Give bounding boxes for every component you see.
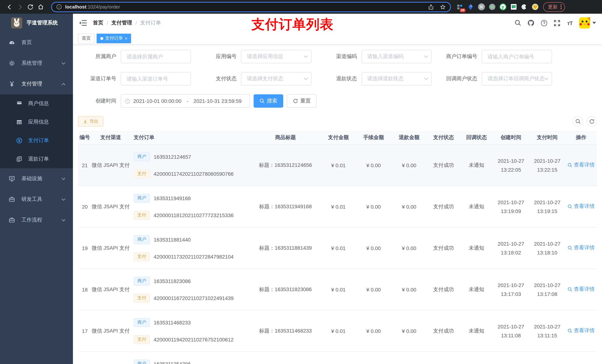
view-detail-link[interactable]: 查看详情 <box>568 328 595 334</box>
active-dot <box>100 37 103 40</box>
refresh-table-button[interactable] <box>586 116 597 126</box>
channel-order-no-input[interactable] <box>121 72 191 85</box>
cell-title: 标题：1635311881439 <box>250 245 321 251</box>
browser-toolbar: localhost:1024/pay/order 10 ⌘ <box>0 0 602 14</box>
date-range-input[interactable]: 2021-10-01 00:00:00 - 2021-10-31 23:59:5… <box>121 94 250 108</box>
browser-forward-icon[interactable] <box>15 2 25 12</box>
merchant-order-no-input[interactable] <box>482 50 552 63</box>
browser-reload-icon[interactable] <box>25 2 35 12</box>
table-row[interactable]: 17 微信 JSAPI 支付 商户1635311468233 支付4200001… <box>78 310 597 352</box>
cell-notify: 未通知 <box>460 245 493 251</box>
col-created: 创建时间 <box>493 134 529 141</box>
table-row[interactable]: 19 微信 JSAPI 支付 商户1635311881440 支付4200001… <box>78 228 597 269</box>
merchant-input[interactable] <box>121 50 191 63</box>
sidebar-item-app-info[interactable]: 应用信息 <box>0 113 73 131</box>
github-icon[interactable] <box>527 19 535 27</box>
cell-amount: ¥ 0.01 <box>321 245 356 251</box>
col-paid: 支付时间 <box>529 134 565 141</box>
monitor-chart-icon <box>9 176 15 182</box>
refund-status-select[interactable]: 请选择退款状态 <box>361 72 432 85</box>
search-icon[interactable] <box>514 19 522 27</box>
cell-status: 支付成功 <box>427 328 460 334</box>
channel-code-select[interactable]: 请输入渠道编码 <box>361 50 432 63</box>
font-size-icon[interactable]: ᴛT <box>566 19 573 27</box>
extension-chat-icon[interactable] <box>510 3 517 10</box>
date-end: 2021-10-31 23:59:59 <box>194 98 242 104</box>
cell-fee: ¥ 0.00 <box>356 204 391 209</box>
tag-label: 支付订单 <box>105 35 123 42</box>
browser-home-icon[interactable] <box>35 2 46 12</box>
toggle-search-button[interactable] <box>573 116 583 126</box>
breadcrumb-current: 支付订单 <box>140 20 161 26</box>
tag-label: 首页 <box>82 35 91 42</box>
tag-home[interactable]: 首页 <box>78 33 94 43</box>
search-button[interactable]: 搜索 <box>254 94 283 108</box>
sidebar-item-infrastructure[interactable]: 基础设施 <box>0 168 73 189</box>
table-row[interactable]: 18 微信 JSAPI 支付 商户1635311823086 支付4200001… <box>78 269 597 310</box>
site-info-icon[interactable] <box>56 4 62 10</box>
app-id-select[interactable]: 请选择应用信息 <box>241 50 311 63</box>
sidebar-item-system[interactable]: 系统管理 <box>0 53 73 74</box>
export-button[interactable]: 导出 <box>78 116 103 126</box>
cell-title: 标题：1635312124656 <box>250 162 321 168</box>
table-row-partial[interactable]: 商户1635311254796 支付 <box>78 352 597 364</box>
extension-puzzle-icon[interactable] <box>521 3 528 10</box>
view-detail-link[interactable]: 查看详情 <box>568 203 595 210</box>
cell-amount: ¥ 0.01 <box>321 162 356 168</box>
sidebar-item-merchant-info[interactable]: 商户信息 <box>0 94 73 113</box>
view-detail-link[interactable]: 查看详情 <box>568 245 595 251</box>
sidebar: 芋道管理系统 首页 系统管理 <box>0 14 73 364</box>
tag-pay-order[interactable]: 支付订单 × <box>97 33 131 43</box>
extension-y-icon[interactable]: y <box>499 3 506 10</box>
extension-kite-icon[interactable] <box>467 3 474 10</box>
breadcrumb-home[interactable]: 首页 <box>93 20 103 26</box>
view-detail-link[interactable]: 查看详情 <box>568 162 595 168</box>
extension-tabs-icon[interactable]: 10 <box>456 3 463 10</box>
breadcrumb-payment[interactable]: 支付管理 <box>111 20 132 26</box>
sidebar-item-home[interactable]: 首页 <box>0 32 73 53</box>
sidebar-item-pay-order[interactable]: 支付订单 <box>0 131 73 150</box>
cell-paid: 2021-10-2713:19:15 <box>529 198 565 216</box>
table-row[interactable]: 21 微信 JSAPI 支付 商户1635312124657 支付4200001… <box>78 145 597 186</box>
browser-update-button[interactable]: 更新 <box>543 2 565 12</box>
sidebar-item-label: 基础设施 <box>22 175 42 182</box>
browser-back-icon[interactable] <box>4 2 15 12</box>
merchant-tag: 商户 <box>134 194 150 203</box>
shop-icon <box>16 101 22 106</box>
extension-command-icon[interactable]: ⌘ <box>478 3 485 10</box>
user-menu[interactable] <box>579 17 596 29</box>
sidebar-item-payment[interactable]: 支付管理 <box>0 74 73 94</box>
share-icon[interactable] <box>428 4 434 10</box>
extension-badge: 10 <box>460 8 465 12</box>
extension-emoji-icon[interactable] <box>531 3 539 10</box>
close-icon[interactable]: × <box>125 36 127 41</box>
clock-icon <box>125 98 130 104</box>
col-channel: 支付渠道 <box>91 134 130 141</box>
table-row[interactable]: 20 微信 JSAPI 支付 商户1635311949168 支付4200001… <box>78 186 597 228</box>
chevron-down-icon <box>424 77 428 80</box>
app-logo-row[interactable]: 芋道管理系统 <box>0 14 73 32</box>
cell-amount: ¥ 0.01 <box>321 287 356 292</box>
bookmark-star-icon[interactable] <box>440 4 446 10</box>
cell-refund: ¥ 0.00 <box>391 245 427 251</box>
cell-notify: 未通知 <box>460 286 493 293</box>
pay-no: 4200001174202110278060590766 <box>154 171 234 177</box>
chevron-down-icon <box>62 177 65 180</box>
sidebar-item-workflow[interactable]: 工作流程 <box>0 210 73 230</box>
view-detail-link[interactable]: 查看详情 <box>568 286 595 293</box>
sidebar-item-label: 首页 <box>22 39 32 46</box>
extension-recorder-icon[interactable] <box>488 3 496 10</box>
help-icon[interactable] <box>540 19 548 27</box>
reset-button[interactable]: 重置 <box>287 94 317 108</box>
browser-menu-icon[interactable] <box>560 4 562 9</box>
sidebar-item-dev-tools[interactable]: 研发工具 <box>0 189 73 210</box>
hamburger-icon[interactable] <box>79 20 87 26</box>
pay-status-select[interactable]: 请选择支付状态 <box>241 72 311 85</box>
fullscreen-icon[interactable] <box>553 19 560 27</box>
col-refund: 退款金额 <box>391 134 427 141</box>
sidebar-item-refund-order[interactable]: 退款订单 <box>0 150 73 168</box>
address-bar[interactable]: localhost:1024/pay/order <box>51 2 451 12</box>
tags-view: 首页 支付订单 × <box>73 32 602 45</box>
merchant-tag: 商户 <box>134 235 150 244</box>
notify-status-select[interactable]: 请选择订单回调商户状态 <box>482 72 552 85</box>
